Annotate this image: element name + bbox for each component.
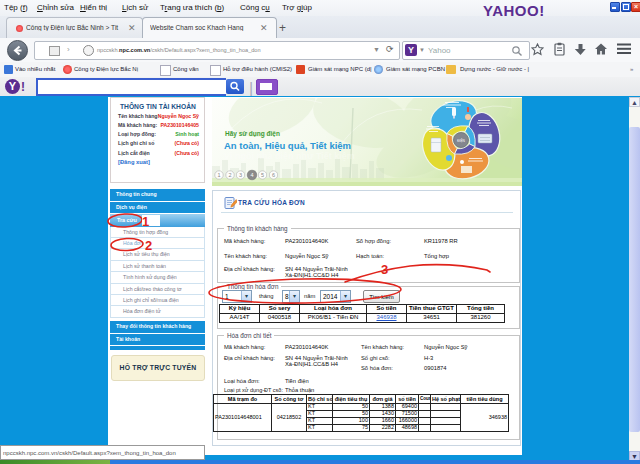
svg-text:1: 1 (142, 214, 149, 229)
svg-text:3: 3 (381, 262, 388, 277)
svg-text:2: 2 (145, 238, 152, 253)
